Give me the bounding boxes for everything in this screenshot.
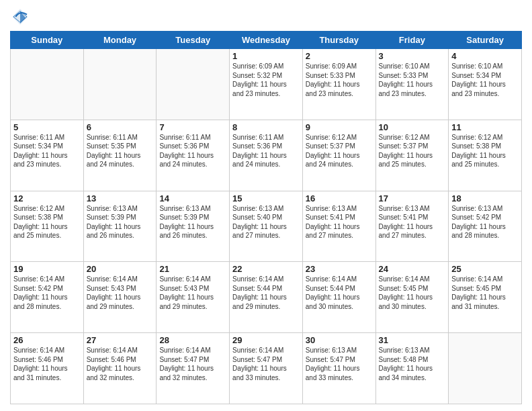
day-number: 19 [13,264,81,274]
day-cell: 3Sunrise: 6:10 AM Sunset: 5:33 PM Daylig… [375,49,449,120]
day-cell: 18Sunrise: 6:13 AM Sunset: 5:42 PM Dayli… [449,191,522,262]
week-row-2: 5Sunrise: 6:11 AM Sunset: 5:34 PM Daylig… [11,120,522,191]
day-cell [449,333,522,404]
week-row-3: 12Sunrise: 6:12 AM Sunset: 5:38 PM Dayli… [11,191,522,262]
day-info: Sunrise: 6:14 AM Sunset: 5:43 PM Dayligh… [87,275,154,311]
day-number: 13 [87,193,154,203]
day-number: 1 [232,51,300,61]
day-cell: 29Sunrise: 6:14 AM Sunset: 5:47 PM Dayli… [230,333,303,404]
day-cell: 22Sunrise: 6:14 AM Sunset: 5:44 PM Dayli… [230,262,303,333]
day-info: Sunrise: 6:14 AM Sunset: 5:44 PM Dayligh… [232,275,300,311]
day-info: Sunrise: 6:14 AM Sunset: 5:44 PM Dayligh… [306,275,373,311]
day-cell: 19Sunrise: 6:14 AM Sunset: 5:42 PM Dayli… [11,262,84,333]
day-info: Sunrise: 6:14 AM Sunset: 5:47 PM Dayligh… [232,346,300,382]
day-cell: 26Sunrise: 6:14 AM Sunset: 5:46 PM Dayli… [11,333,84,404]
day-cell: 9Sunrise: 6:12 AM Sunset: 5:37 PM Daylig… [302,120,375,191]
day-number: 22 [232,264,300,274]
day-info: Sunrise: 6:12 AM Sunset: 5:37 PM Dayligh… [306,133,373,169]
day-number: 7 [159,122,226,132]
day-number: 21 [159,264,226,274]
day-info: Sunrise: 6:10 AM Sunset: 5:33 PM Dayligh… [379,62,446,98]
day-number: 12 [13,193,81,203]
day-info: Sunrise: 6:13 AM Sunset: 5:41 PM Dayligh… [306,204,373,240]
day-number: 27 [87,335,154,345]
day-number: 26 [13,335,81,345]
week-row-1: 1Sunrise: 6:09 AM Sunset: 5:32 PM Daylig… [11,49,522,120]
logo [10,7,33,27]
day-cell: 24Sunrise: 6:14 AM Sunset: 5:45 PM Dayli… [375,262,449,333]
day-number: 15 [232,193,300,203]
page: SundayMondayTuesdayWednesdayThursdayFrid… [0,0,532,411]
day-number: 31 [379,335,446,345]
day-cell: 5Sunrise: 6:11 AM Sunset: 5:34 PM Daylig… [11,120,84,191]
day-cell: 1Sunrise: 6:09 AM Sunset: 5:32 PM Daylig… [230,49,303,120]
col-header-thursday: Thursday [302,32,375,49]
day-number: 6 [87,122,154,132]
day-cell: 6Sunrise: 6:11 AM Sunset: 5:35 PM Daylig… [83,120,157,191]
col-header-friday: Friday [375,32,449,49]
day-number: 18 [451,193,519,203]
day-number: 24 [379,264,446,274]
day-cell: 10Sunrise: 6:12 AM Sunset: 5:37 PM Dayli… [375,120,449,191]
day-number: 4 [451,51,519,61]
day-cell [83,49,157,120]
day-info: Sunrise: 6:14 AM Sunset: 5:46 PM Dayligh… [87,346,154,382]
day-cell: 8Sunrise: 6:11 AM Sunset: 5:36 PM Daylig… [230,120,303,191]
col-header-tuesday: Tuesday [157,32,230,49]
day-info: Sunrise: 6:14 AM Sunset: 5:46 PM Dayligh… [13,346,81,382]
day-info: Sunrise: 6:13 AM Sunset: 5:41 PM Dayligh… [379,204,446,240]
day-cell: 12Sunrise: 6:12 AM Sunset: 5:38 PM Dayli… [11,191,84,262]
day-number: 5 [13,122,81,132]
day-info: Sunrise: 6:09 AM Sunset: 5:33 PM Dayligh… [306,62,373,98]
day-info: Sunrise: 6:10 AM Sunset: 5:34 PM Dayligh… [451,62,519,98]
day-cell: 31Sunrise: 6:13 AM Sunset: 5:48 PM Dayli… [375,333,449,404]
day-cell: 11Sunrise: 6:12 AM Sunset: 5:38 PM Dayli… [449,120,522,191]
day-cell: 27Sunrise: 6:14 AM Sunset: 5:46 PM Dayli… [83,333,157,404]
calendar-table: SundayMondayTuesdayWednesdayThursdayFrid… [10,31,522,404]
day-cell: 25Sunrise: 6:14 AM Sunset: 5:45 PM Dayli… [449,262,522,333]
day-info: Sunrise: 6:11 AM Sunset: 5:35 PM Dayligh… [87,133,154,169]
day-number: 17 [379,193,446,203]
day-number: 9 [306,122,373,132]
day-number: 3 [379,51,446,61]
day-number: 23 [306,264,373,274]
day-info: Sunrise: 6:12 AM Sunset: 5:38 PM Dayligh… [13,204,81,240]
day-info: Sunrise: 6:11 AM Sunset: 5:36 PM Dayligh… [159,133,226,169]
day-cell: 15Sunrise: 6:13 AM Sunset: 5:40 PM Dayli… [230,191,303,262]
day-number: 30 [306,335,373,345]
day-info: Sunrise: 6:13 AM Sunset: 5:39 PM Dayligh… [87,204,154,240]
day-cell: 30Sunrise: 6:13 AM Sunset: 5:47 PM Dayli… [302,333,375,404]
day-info: Sunrise: 6:14 AM Sunset: 5:43 PM Dayligh… [159,275,226,311]
day-info: Sunrise: 6:13 AM Sunset: 5:40 PM Dayligh… [232,204,300,240]
day-info: Sunrise: 6:13 AM Sunset: 5:47 PM Dayligh… [306,346,373,382]
day-cell: 14Sunrise: 6:13 AM Sunset: 5:39 PM Dayli… [157,191,230,262]
day-info: Sunrise: 6:12 AM Sunset: 5:38 PM Dayligh… [451,133,519,169]
day-cell: 4Sunrise: 6:10 AM Sunset: 5:34 PM Daylig… [449,49,522,120]
day-info: Sunrise: 6:11 AM Sunset: 5:34 PM Dayligh… [13,133,81,169]
day-cell [11,49,84,120]
day-info: Sunrise: 6:14 AM Sunset: 5:45 PM Dayligh… [379,275,446,311]
day-number: 29 [232,335,300,345]
day-number: 25 [451,264,519,274]
day-cell: 20Sunrise: 6:14 AM Sunset: 5:43 PM Dayli… [83,262,157,333]
day-number: 11 [451,122,519,132]
day-info: Sunrise: 6:12 AM Sunset: 5:37 PM Dayligh… [379,133,446,169]
day-info: Sunrise: 6:11 AM Sunset: 5:36 PM Dayligh… [232,133,300,169]
day-number: 28 [159,335,226,345]
day-number: 10 [379,122,446,132]
day-info: Sunrise: 6:13 AM Sunset: 5:42 PM Dayligh… [451,204,519,240]
col-header-wednesday: Wednesday [230,32,303,49]
day-cell: 13Sunrise: 6:13 AM Sunset: 5:39 PM Dayli… [83,191,157,262]
day-info: Sunrise: 6:13 AM Sunset: 5:39 PM Dayligh… [159,204,226,240]
col-header-sunday: Sunday [11,32,84,49]
week-row-5: 26Sunrise: 6:14 AM Sunset: 5:46 PM Dayli… [11,333,522,404]
day-cell: 16Sunrise: 6:13 AM Sunset: 5:41 PM Dayli… [302,191,375,262]
day-info: Sunrise: 6:14 AM Sunset: 5:42 PM Dayligh… [13,275,81,311]
day-cell: 2Sunrise: 6:09 AM Sunset: 5:33 PM Daylig… [302,49,375,120]
day-number: 16 [306,193,373,203]
week-row-4: 19Sunrise: 6:14 AM Sunset: 5:42 PM Dayli… [11,262,522,333]
day-number: 14 [159,193,226,203]
day-cell: 28Sunrise: 6:14 AM Sunset: 5:47 PM Dayli… [157,333,230,404]
day-cell [157,49,230,120]
header [10,7,522,27]
